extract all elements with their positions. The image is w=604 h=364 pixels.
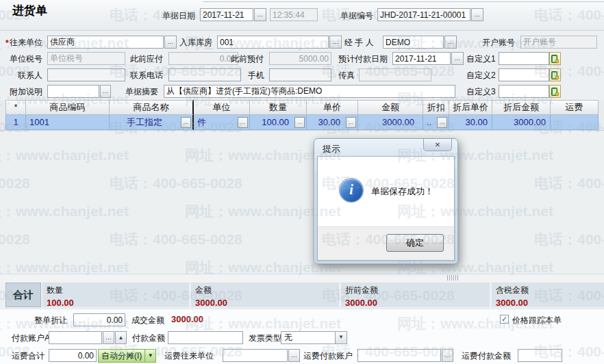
col-header-qty[interactable]: 数量 <box>250 100 307 115</box>
tax-no-input <box>47 52 125 65</box>
scrollbar-grip-icon[interactable] <box>447 275 458 281</box>
freight-total-input[interactable] <box>49 349 97 362</box>
col-header-disc-price[interactable]: 折后单价 <box>449 100 492 115</box>
handler-input[interactable] <box>383 36 444 49</box>
discount-browse-button[interactable]: … <box>437 117 447 128</box>
purchase-order-window: 进货单 单据日期 … 单据编号 … * 往来单位 … 入库库房 … 经 手 人 … <box>0 0 604 364</box>
table-row[interactable]: 1 1001 手工指定… 件… 100.00… 30.00… 3000.00 .… <box>5 115 599 130</box>
note-input[interactable] <box>47 85 99 98</box>
vendor-browse-button[interactable]: … <box>164 36 177 49</box>
freight-vendor-browse-button[interactable]: … <box>288 349 300 362</box>
note-label: 附加说明 <box>10 87 42 96</box>
contact-label: 联系人 <box>18 70 42 80</box>
doc-date-input[interactable] <box>200 8 253 21</box>
pay-account-browse-button[interactable]: … <box>103 331 114 344</box>
doc-no-label: 单据编号 <box>340 11 373 21</box>
cell-disc-price[interactable]: 30.00 <box>449 115 492 130</box>
dialog-title: 提示 <box>323 143 340 155</box>
expected-pay-date-picker-button[interactable]: … <box>451 52 464 65</box>
order-discount-input[interactable] <box>73 313 125 326</box>
price-browse-button[interactable]: … <box>346 117 356 128</box>
chevron-down-icon[interactable]: ▼ <box>144 350 155 362</box>
price-track-checkbox[interactable]: ✓ <box>500 315 509 324</box>
contact-input[interactable] <box>47 68 125 81</box>
custom3-book-icon[interactable] <box>549 85 561 98</box>
warehouse-browse-button[interactable]: … <box>329 36 342 49</box>
auto-split-button[interactable]: 自动分摊(I) ▼ <box>98 349 156 363</box>
note-browse-button[interactable]: … <box>100 85 111 98</box>
order-discount-label: 整单折让 <box>34 315 67 325</box>
custom1-input[interactable] <box>499 52 549 65</box>
pay-amount-input[interactable] <box>168 331 243 344</box>
cell-disc-amount[interactable]: 3000.00 <box>492 115 551 130</box>
doc-no-input[interactable] <box>377 8 470 21</box>
bank-account-label: 开户账号 <box>482 38 515 47</box>
close-icon[interactable]: ✕ <box>423 139 452 151</box>
col-header-unit[interactable]: 单位 <box>194 100 250 115</box>
custom1-book-icon[interactable] <box>549 52 561 65</box>
col-header-name[interactable]: 商品名称 <box>110 100 194 115</box>
qty-browse-button[interactable]: … <box>294 117 305 128</box>
col-header-discount[interactable]: 折扣 <box>423 100 449 115</box>
warehouse-input[interactable] <box>217 36 329 49</box>
cell-code[interactable]: 1001 <box>26 115 110 130</box>
tel-input[interactable] <box>168 68 241 81</box>
invoice-type-select[interactable]: 无 ▼ <box>281 331 347 344</box>
green-book-icon <box>551 88 559 96</box>
dialog-footer: 确定 <box>318 226 454 260</box>
vendor-label: 往来单位 <box>10 38 42 47</box>
doc-date-label: 单据日期 <box>162 11 195 21</box>
freight-account-browse-button[interactable]: … <box>442 349 453 362</box>
mobile-input[interactable] <box>269 68 331 81</box>
custom2-book-icon[interactable] <box>549 68 561 81</box>
freight-amount-input[interactable] <box>518 349 562 362</box>
prior-prepaid-label: 此前预付 <box>231 54 264 64</box>
cell-unit[interactable]: 件… <box>194 115 250 130</box>
dialog-body: i 单据保存成功！ <box>318 157 454 227</box>
ok-button[interactable]: 确定 <box>386 234 444 252</box>
freight-vendor-input[interactable] <box>223 349 288 362</box>
doc-no-browse-button[interactable]: … <box>471 8 483 21</box>
pay-account-input[interactable] <box>49 331 102 344</box>
custom3-input[interactable] <box>499 85 549 98</box>
cell-freight[interactable] <box>551 115 599 130</box>
total-qty-block: 数量 100.00 <box>42 283 189 307</box>
summary-input[interactable] <box>164 85 455 98</box>
cell-qty[interactable]: 100.00… <box>250 115 307 130</box>
dialog-message: 单据保存成功！ <box>371 185 433 198</box>
expected-pay-date-input[interactable] <box>392 52 451 65</box>
deal-amount-value: 3000.00 <box>171 314 203 324</box>
name-browse-button[interactable]: … <box>181 117 191 128</box>
invoice-type-label: 发票类型 <box>249 333 281 343</box>
cell-price[interactable]: 30.00… <box>307 115 358 130</box>
mobile-label: 手机 <box>248 70 264 80</box>
unit-browse-button[interactable]: … <box>238 117 248 128</box>
total-amount-block: 金额 3000.00 <box>191 283 339 307</box>
col-header-freight[interactable]: 运费 <box>551 100 599 115</box>
doc-date-picker-button[interactable]: … <box>254 8 266 21</box>
handler-browse-button[interactable]: … <box>444 36 457 49</box>
freight-account-input[interactable] <box>357 349 441 362</box>
col-header-amount[interactable]: 金额 <box>358 100 423 115</box>
tel-label: 联系电话 <box>130 70 163 80</box>
freight-vendor-label: 运费往来单位 <box>164 351 214 361</box>
custom2-input[interactable] <box>499 68 549 81</box>
col-header-row-no[interactable]: * <box>5 100 26 115</box>
tax-no-label: 单位税号 <box>10 54 42 64</box>
cell-row-no: 1 <box>5 115 26 130</box>
pay-account-expand-button[interactable]: ▲ <box>115 331 127 344</box>
col-header-disc-amount[interactable]: 折后金额 <box>492 100 551 115</box>
fax-input <box>359 68 431 81</box>
cell-discount[interactable]: ..… <box>423 115 449 130</box>
grid-empty-area[interactable] <box>0 130 604 274</box>
col-header-code[interactable]: 商品编码 <box>26 100 110 115</box>
chevron-down-icon[interactable]: ▼ <box>335 332 347 343</box>
col-header-price[interactable]: 单价 <box>307 100 358 115</box>
vendor-input[interactable] <box>47 36 164 49</box>
doc-time-input <box>270 8 318 21</box>
green-book-icon <box>551 71 559 80</box>
cell-name[interactable]: 手工指定… <box>110 115 194 130</box>
cell-amount[interactable]: 3000.00 <box>358 115 423 130</box>
pay-account-label: 付款账户A <box>12 333 50 343</box>
freight-amount-label: 运费付款金额 <box>462 351 511 361</box>
